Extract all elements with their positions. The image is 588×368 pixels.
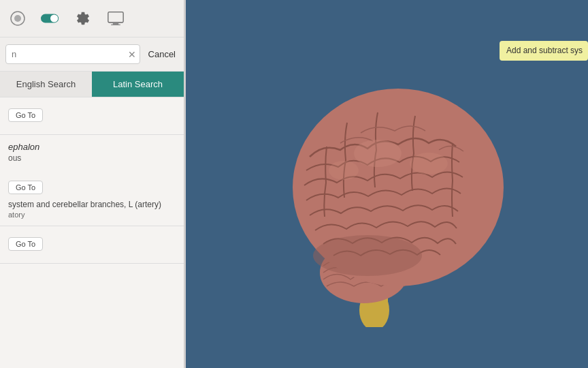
result-description-2: system and cerebellar branches, L (arter… (8, 200, 176, 209)
svg-point-7 (313, 235, 422, 276)
search-input-wrapper: ✕ (5, 44, 140, 64)
toggle-icon[interactable] (41, 9, 60, 28)
result-group-2: ephalon ous Go To system and cerebellar … (0, 135, 184, 226)
tab-latin-search[interactable]: Latin Search (92, 72, 184, 97)
brain-model (197, 34, 572, 348)
result-group-3: Go To (0, 226, 184, 264)
goto-button-1[interactable]: Go To (8, 108, 43, 122)
svg-point-4 (354, 140, 402, 167)
search-bar: ✕ Cancel (0, 37, 184, 72)
tooltip-text: Add and subtract sys (506, 46, 583, 55)
gear-icon[interactable] (74, 9, 93, 28)
tab-english-search[interactable]: English Search (0, 72, 92, 97)
result-goto-2: Go To (8, 177, 176, 200)
svg-point-5 (410, 153, 448, 174)
goto-button-3[interactable]: Go To (8, 237, 43, 251)
svg-point-9 (14, 15, 21, 22)
toolbar (0, 0, 184, 37)
result-type-2: atory (8, 211, 176, 219)
tooltip: Add and subtract sys (500, 41, 588, 61)
svg-point-6 (329, 161, 359, 180)
result-title-2: ephalon (8, 142, 176, 152)
display-icon[interactable] (106, 9, 125, 28)
logo-icon[interactable] (8, 9, 27, 28)
goto-button-2[interactable]: Go To (8, 181, 43, 194)
result-group-1: Go To (0, 97, 184, 135)
svg-rect-12 (108, 12, 123, 22)
result-goto-1: Go To (8, 104, 176, 127)
results-area[interactable]: Go To ephalon ous Go To system and cereb… (0, 97, 184, 368)
clear-icon[interactable]: ✕ (128, 49, 136, 60)
cancel-button[interactable]: Cancel (146, 46, 178, 62)
result-goto-3: Go To (8, 233, 176, 256)
left-panel: ✕ Cancel English Search Latin Search Go … (0, 0, 184, 368)
search-tabs: English Search Latin Search (0, 72, 184, 97)
panel-divider (184, 0, 186, 368)
search-input[interactable] (5, 44, 140, 64)
result-subtitle-2: ous (8, 153, 176, 163)
svg-point-11 (50, 14, 58, 22)
